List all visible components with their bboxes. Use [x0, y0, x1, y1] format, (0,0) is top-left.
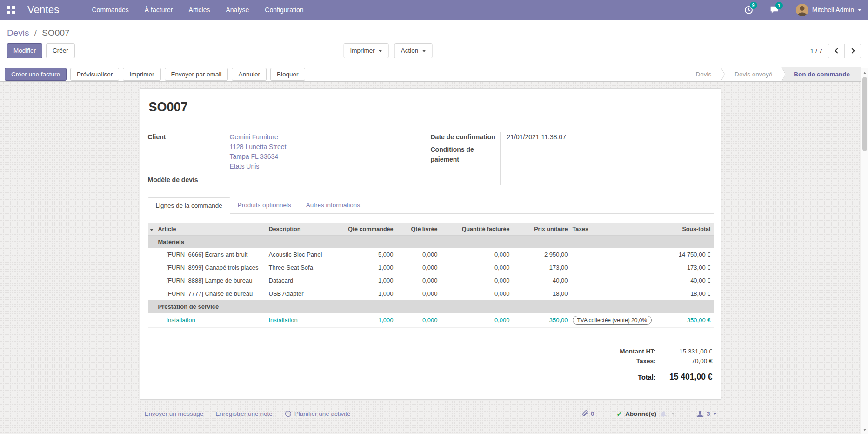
tab-order-lines[interactable]: Lignes de la commande: [148, 197, 230, 214]
caret-down-icon: [422, 50, 426, 52]
triangle-up-icon: [863, 72, 866, 74]
following-label: Abonné(e): [625, 410, 656, 417]
cell-article: [FURN_7777] Chaise de bureau: [156, 287, 267, 300]
scrollbar-thumb[interactable]: [862, 77, 867, 151]
menu-articles[interactable]: Articles: [188, 4, 211, 15]
caret-down-icon: [858, 9, 861, 11]
col-description[interactable]: Description: [267, 223, 335, 236]
client-country-link[interactable]: États Unis: [230, 162, 287, 171]
tab-optional-products[interactable]: Produits optionnels: [230, 197, 299, 213]
col-unit-price[interactable]: Prix unitaire: [513, 223, 571, 236]
col-taxes[interactable]: Taxes: [571, 223, 668, 236]
followers-button[interactable]: 3: [696, 410, 717, 418]
tax-tag[interactable]: TVA collectée (vente) 20,0%: [573, 316, 652, 325]
user-menu[interactable]: Mitchell Admin: [796, 4, 861, 16]
order-line-row[interactable]: [FURN_8888] Lampe de bureau Datacard 1,0…: [148, 274, 714, 287]
cell-description: USB Adapter: [267, 287, 335, 300]
attachments-button[interactable]: 0: [581, 410, 594, 418]
pager-previous-button[interactable]: [828, 44, 845, 58]
step-devis[interactable]: Devis: [686, 67, 721, 81]
print-dropdown[interactable]: Imprimer: [343, 43, 388, 58]
chevron-left-icon: [835, 48, 840, 53]
confirmation-date-label: Date de confirmation: [431, 132, 496, 142]
cell-subtotal: 40,00 €: [668, 274, 714, 287]
triangle-down-icon: [863, 429, 866, 431]
section-row-materiels[interactable]: Matériels: [148, 236, 714, 249]
follower-count: 3: [707, 410, 710, 417]
cancel-button[interactable]: Annuler: [232, 68, 267, 81]
step-bon-de-commande[interactable]: Bon de commande: [781, 67, 861, 81]
lock-button[interactable]: Bloquer: [270, 68, 305, 81]
cell-taxes: [571, 261, 668, 274]
form-groups: Client Modèle de devis Gemini Furniture …: [148, 132, 714, 185]
col-qty-delivered[interactable]: Qté livrée: [396, 223, 441, 236]
menu-analyse[interactable]: Analyse: [225, 4, 250, 15]
order-name: SO007: [149, 100, 714, 115]
preview-button[interactable]: Prévisualiser: [70, 68, 119, 81]
cell-description: Installation: [267, 313, 335, 328]
quotation-template-label: Modèle de devis: [148, 175, 219, 185]
order-lines-table: Article Description Qté commandée Qté li…: [148, 223, 714, 328]
order-line-row-installation[interactable]: Installation Installation 1,000 0,000 0,…: [148, 313, 714, 328]
breadcrumb-devis[interactable]: Devis: [7, 28, 29, 38]
client-street-link[interactable]: 1128 Lunetta Street: [230, 142, 287, 152]
col-subtotal[interactable]: Sous-total: [668, 223, 714, 236]
total-label: Total:: [638, 373, 655, 381]
menu-commandes[interactable]: Commandes: [91, 4, 129, 15]
cell-qty-ordered: 1,000: [335, 287, 396, 300]
control-panel: Devis / SO007 Modifier Créer Imprimer Ac…: [0, 20, 868, 67]
log-note-button[interactable]: Enregistrer une note: [215, 410, 272, 417]
cell-qty-ordered: 5,000: [335, 248, 396, 261]
order-line-row[interactable]: [FURN_7777] Chaise de bureau USB Adapter…: [148, 287, 714, 300]
sort-caret-icon: [150, 229, 154, 231]
scroll-down-button[interactable]: [861, 427, 868, 433]
scroll-up-button[interactable]: [861, 69, 868, 76]
app-brand[interactable]: Ventes: [27, 4, 59, 16]
create-invoice-button[interactable]: Créer une facture: [5, 68, 67, 81]
cell-article: [FURN_6666] Écrans ant-bruit: [156, 248, 267, 261]
action-dropdown[interactable]: Action: [394, 43, 433, 58]
breadcrumb-separator: /: [34, 28, 37, 38]
messages-button[interactable]: 1: [770, 6, 779, 14]
following-button[interactable]: ✓ Abonné(e): [617, 410, 675, 418]
section-row-prestation[interactable]: Préstation de service: [148, 300, 714, 313]
payment-terms-label: Conditions de paiement: [431, 145, 496, 164]
taxes-label: Taxes:: [636, 358, 656, 365]
client-name-link[interactable]: Gemini Furniture: [230, 132, 287, 142]
step-devis-envoye[interactable]: Devis envoyé: [725, 67, 781, 81]
menu-a-facturer[interactable]: À facturer: [144, 4, 174, 15]
cell-article: Installation: [156, 313, 267, 328]
client-city-link[interactable]: Tampa FL 33634: [230, 152, 287, 162]
pager-counter: 1 / 7: [810, 47, 822, 54]
cell-qty-invoiced: 0,000: [441, 274, 513, 287]
schedule-activity-button[interactable]: Planifier une activité: [285, 410, 351, 417]
col-article[interactable]: Article: [156, 223, 267, 236]
edit-button[interactable]: Modifier: [7, 43, 42, 58]
create-button[interactable]: Créer: [46, 43, 75, 58]
send-message-button[interactable]: Envoyer un message: [145, 410, 204, 417]
step-separator-icon: [721, 67, 725, 81]
cell-qty-invoiced: 0,000: [441, 313, 513, 328]
cell-article: [FURN_8888] Lampe de bureau: [156, 274, 267, 287]
vertical-scrollbar[interactable]: [861, 68, 868, 434]
untaxed-amount-label: Montant HT:: [620, 348, 655, 355]
send-email-button[interactable]: Envoyer par email: [165, 68, 228, 81]
caret-down-icon: [379, 50, 382, 52]
print-button[interactable]: Imprimer: [123, 68, 160, 81]
activities-button[interactable]: 9: [744, 6, 753, 14]
cell-unit-price: 18,00: [513, 287, 571, 300]
tab-other-info[interactable]: Autres informations: [299, 197, 367, 213]
pager-next-button[interactable]: [844, 44, 861, 58]
menu-configuration[interactable]: Configuration: [264, 4, 304, 15]
apps-menu-icon[interactable]: [7, 6, 15, 14]
col-qty-ordered[interactable]: Qté commandée: [335, 223, 396, 236]
cell-qty-delivered: 0,000: [396, 274, 441, 287]
order-line-row[interactable]: [FURN_8999] Canapé trois places Three-Se…: [148, 261, 714, 274]
order-line-row[interactable]: [FURN_6666] Écrans ant-bruit Acoustic Bl…: [148, 248, 714, 261]
totals-block: Montant HT: 15 331,00 € Taxes: 70,00 € T…: [602, 346, 713, 383]
cell-taxes: [571, 287, 668, 300]
col-qty-invoiced[interactable]: Quantité facturée: [441, 223, 513, 236]
sort-handle-cell[interactable]: [148, 223, 156, 236]
cell-qty-invoiced: 0,000: [441, 248, 513, 261]
client-label: Client: [148, 132, 219, 175]
